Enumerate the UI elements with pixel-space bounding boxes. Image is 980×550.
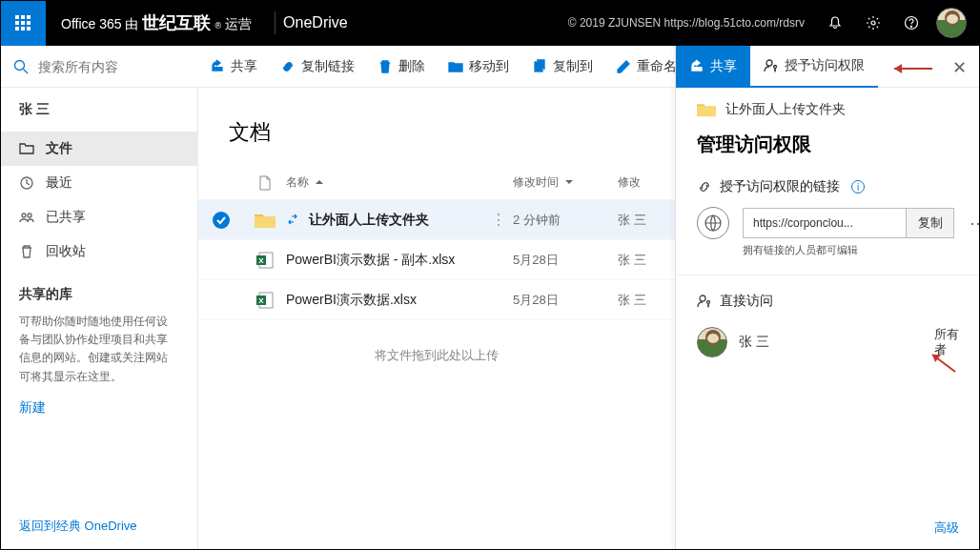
row-by: 张 三 — [618, 252, 675, 269]
tab-share-label: 共享 — [710, 58, 737, 75]
col-modified-by-label[interactable]: 修改 — [618, 174, 675, 191]
search-box[interactable] — [0, 59, 198, 74]
svg-rect-3 — [15, 21, 19, 25]
panel-title: 管理访问权限 — [697, 132, 959, 157]
link-icon — [697, 179, 712, 194]
row-checkbox[interactable] — [213, 212, 230, 229]
copy-link-command[interactable]: 复制链接 — [269, 46, 366, 88]
svg-rect-0 — [15, 15, 19, 19]
share-label: 共享 — [231, 58, 257, 75]
table-row[interactable]: 让外面人上传文件夹 ⋮ 2 分钟前 张 三 — [198, 200, 675, 240]
row-date: 2 分钟前 — [513, 212, 618, 229]
person-key-icon — [697, 294, 712, 309]
file-icon — [258, 175, 272, 191]
share-out-icon — [689, 59, 704, 74]
sort-caret-icon[interactable] — [316, 175, 323, 189]
brand-label: Office 365 由 世纪互联 ® 运营 — [46, 11, 267, 34]
share-command[interactable]: 共享 — [198, 46, 269, 88]
col-modified-label[interactable]: 修改时间 — [513, 175, 559, 189]
row-date: 5月28日 — [513, 292, 618, 309]
svg-point-11 — [910, 26, 911, 27]
delete-label: 删除 — [398, 58, 425, 75]
details-panel: 共享 授予访问权限 ✕ 让外面人上传文件夹 管理访问权限 授予访问权限的链接 i… — [675, 46, 980, 550]
clock-icon — [19, 175, 34, 191]
globe-icon — [704, 214, 723, 233]
nav-files[interactable]: 文件 — [0, 132, 197, 166]
user-avatar[interactable] — [936, 8, 967, 38]
move-to-command[interactable]: 移动到 — [437, 46, 521, 88]
copy-to-label: 复制到 — [553, 58, 593, 75]
nav-shared-label: 已共享 — [46, 209, 86, 226]
col-name-label[interactable]: 名称 — [286, 175, 309, 189]
nav-libs-header: 共享的库 — [0, 269, 197, 309]
row-more-button[interactable]: ⋮ — [484, 211, 513, 229]
app-header: Office 365 由 世纪互联 ® 运营 OneDrive © 2019 Z… — [0, 0, 980, 46]
left-nav: 张 三 文件 最近 已共享 回收站 共享的库 可帮助你随时随地使用任何设备与团队… — [0, 88, 198, 550]
links-header-label: 授予访问权限的链接 — [720, 178, 840, 195]
watermark: © 2019 ZJUNSEN https://blog.51cto.com/rd… — [568, 16, 816, 30]
direct-access-label: 直接访问 — [720, 293, 773, 310]
row-by: 张 三 — [618, 292, 675, 309]
table-row[interactable]: X PowerBI演示数据.xlsx 5月28日 张 三 — [198, 280, 675, 320]
panel-tabs: 共享 授予访问权限 ✕ — [676, 46, 980, 88]
chevron-down-icon[interactable] — [565, 175, 573, 189]
svg-point-16 — [28, 214, 31, 217]
copy-icon — [532, 59, 547, 74]
tab-grant-access[interactable]: 授予访问权限 — [750, 46, 878, 88]
row-name[interactable]: 让外面人上传文件夹 — [309, 212, 429, 227]
nav-recycle-label: 回收站 — [46, 243, 86, 260]
brand-suffix: 运营 — [225, 16, 252, 33]
folder-yellow-icon — [255, 213, 276, 228]
svg-text:X: X — [258, 296, 264, 305]
row-name[interactable]: PowerBI演示数据.xlsx — [286, 292, 484, 309]
folder-yellow-icon — [697, 102, 716, 117]
link-more-button[interactable]: ⋯ — [968, 213, 980, 234]
panel-folder-row: 让外面人上传文件夹 — [697, 101, 959, 118]
rename-label: 重命名 — [637, 58, 677, 75]
nav-user-name: 张 三 — [0, 88, 197, 132]
advanced-link[interactable]: 高级 — [934, 519, 959, 537]
globe-badge — [697, 207, 729, 239]
nav-new-link[interactable]: 新建 — [0, 390, 197, 426]
row-by: 张 三 — [618, 212, 675, 229]
table-row[interactable]: X PowerBI演示数据 - 副本.xlsx 5月28日 张 三 — [198, 240, 675, 280]
search-input[interactable] — [38, 59, 172, 74]
svg-rect-4 — [21, 21, 25, 25]
info-icon[interactable]: i — [851, 180, 865, 194]
help-button[interactable] — [892, 0, 930, 46]
pencil-icon — [616, 59, 631, 74]
nav-recycle[interactable]: 回收站 — [0, 234, 197, 269]
svg-point-23 — [766, 60, 772, 66]
svg-point-12 — [15, 60, 25, 70]
share-link-input[interactable] — [744, 209, 906, 237]
person-row[interactable]: 张 三 所有者 — [697, 321, 959, 363]
settings-button[interactable] — [854, 0, 892, 46]
share-link-row: 复制 ⋯ — [697, 207, 959, 239]
svg-rect-7 — [21, 27, 25, 31]
separator — [676, 275, 980, 275]
svg-rect-1 — [21, 15, 25, 19]
tab-share[interactable]: 共享 — [676, 46, 750, 88]
notifications-button[interactable] — [816, 0, 854, 46]
close-panel-button[interactable]: ✕ — [952, 57, 967, 78]
person-avatar — [697, 327, 727, 357]
person-name: 张 三 — [739, 334, 923, 351]
nav-classic-link[interactable]: 返回到经典 OneDrive — [0, 502, 197, 550]
table-header: 名称 修改时间 修改 — [198, 166, 675, 200]
nav-recent[interactable]: 最近 — [0, 166, 197, 200]
people-icon — [19, 210, 34, 225]
nav-shared[interactable]: 已共享 — [0, 200, 197, 234]
app-launcher-button[interactable] — [0, 0, 46, 46]
annotation-arrow-icon — [888, 61, 932, 76]
brand-prefix: Office 365 由 — [61, 16, 138, 33]
link-icon — [280, 59, 296, 74]
panel-body: 让外面人上传文件夹 管理访问权限 授予访问权限的链接 i 复制 ⋯ 拥有链接的人… — [676, 88, 980, 550]
app-name[interactable]: OneDrive — [283, 14, 348, 31]
brand-separator — [275, 11, 276, 34]
delete-command[interactable]: 删除 — [366, 46, 437, 88]
copy-to-command[interactable]: 复制到 — [521, 46, 604, 88]
svg-point-15 — [22, 214, 26, 217]
copy-button[interactable]: 复制 — [906, 209, 953, 237]
svg-rect-8 — [27, 27, 31, 31]
row-name[interactable]: PowerBI演示数据 - 副本.xlsx — [286, 252, 484, 269]
